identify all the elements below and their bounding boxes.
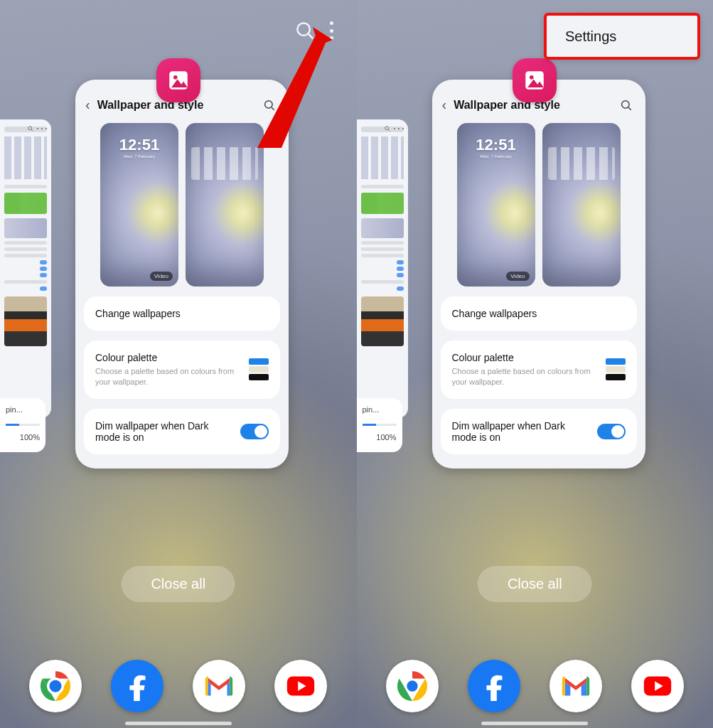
svg-line-9 [272, 107, 274, 110]
progress-bar [363, 424, 397, 426]
video-badge: Video [506, 272, 529, 281]
svg-point-8 [265, 100, 273, 108]
dim-toggle[interactable] [240, 424, 269, 439]
clock-date: Wed, 7 February [100, 154, 178, 159]
svg-point-6 [28, 127, 32, 130]
youtube-app-icon[interactable] [274, 660, 327, 712]
search-icon[interactable] [263, 99, 276, 112]
progress-percent: 100% [363, 433, 397, 441]
close-all-button[interactable]: Close all [121, 566, 235, 602]
dim-toggle[interactable] [597, 424, 626, 439]
svg-point-0 [297, 23, 310, 36]
youtube-app-icon[interactable] [631, 660, 684, 712]
svg-point-20 [621, 100, 629, 108]
svg-line-7 [31, 129, 33, 131]
back-icon[interactable]: ‹ [85, 97, 90, 113]
change-wallpapers-row[interactable]: Change wallpapers [84, 296, 280, 331]
gesture-nav-bar[interactable] [481, 722, 588, 725]
download-progress-card[interactable]: pin... 100% [0, 398, 45, 452]
recent-app-card[interactable]: ‹ Wallpaper and style 12:51Wed, 7 Februa… [432, 80, 645, 469]
home-screen-preview[interactable] [542, 123, 621, 287]
dim-label: Dim wallpaper when Dark mode is on [452, 420, 589, 443]
download-name: pin... [363, 405, 397, 414]
previous-app-card[interactable] [0, 119, 51, 418]
svg-point-5 [173, 75, 178, 80]
wallpaper-app-icon[interactable] [156, 58, 200, 102]
svg-point-13 [49, 680, 61, 692]
palette-subtitle: Choose a palette based on colours from y… [95, 366, 240, 387]
clock-time: 12:51 [476, 136, 515, 154]
more-icon[interactable] [330, 21, 334, 40]
dock [0, 660, 357, 712]
facebook-app-icon[interactable] [468, 660, 520, 712]
wallpaper-app-icon[interactable] [513, 58, 557, 102]
lock-screen-preview[interactable]: 12:51Wed, 7 February Video [100, 123, 178, 287]
svg-point-24 [407, 680, 417, 691]
phone-screenshot-left: pin... 100% ‹ Wallpaper and style 12:51W… [0, 0, 357, 728]
clock-time: 12:51 [119, 136, 159, 154]
settings-menu-item[interactable]: Settings [544, 13, 700, 60]
lock-screen-preview[interactable]: 12:51Wed, 7 February Video [457, 123, 535, 287]
svg-line-1 [309, 34, 313, 38]
palette-subtitle: Choose a palette based on colours from y… [452, 366, 597, 387]
palette-swatch-icon [606, 358, 626, 380]
download-name: pin... [6, 405, 40, 414]
colour-palette-row[interactable]: Colour palette Choose a palette based on… [84, 341, 280, 399]
colour-palette-row[interactable]: Colour palette Choose a palette based on… [441, 341, 637, 399]
svg-point-17 [530, 75, 534, 80]
dim-label: Dim wallpaper when Dark mode is on [95, 420, 232, 443]
clock-date: Wed, 7 February [457, 154, 535, 159]
gesture-nav-bar[interactable] [125, 722, 232, 725]
svg-line-21 [628, 107, 631, 110]
dim-wallpaper-row[interactable]: Dim wallpaper when Dark mode is on [84, 409, 280, 454]
settings-label: Settings [565, 28, 616, 45]
chrome-app-icon[interactable] [29, 660, 82, 712]
home-screen-preview[interactable] [186, 123, 264, 287]
palette-swatch-icon [249, 358, 269, 380]
search-icon[interactable] [294, 20, 316, 41]
close-all-button[interactable]: Close all [478, 566, 592, 602]
gmail-app-icon[interactable] [550, 660, 602, 712]
phone-screenshot-right: Settings pin... 100% ‹ Wallpaper and sty… [357, 0, 714, 728]
progress-bar [6, 424, 40, 426]
palette-title: Colour palette [95, 352, 240, 363]
change-wallpapers-label: Change wallpapers [452, 308, 626, 319]
dock [357, 660, 714, 712]
facebook-app-icon[interactable] [111, 660, 163, 712]
change-wallpapers-label: Change wallpapers [95, 308, 269, 319]
back-icon[interactable]: ‹ [442, 97, 447, 113]
recent-app-card[interactable]: ‹ Wallpaper and style 12:51Wed, 7 Februa… [75, 80, 289, 469]
gmail-app-icon[interactable] [193, 660, 245, 712]
progress-percent: 100% [6, 433, 40, 441]
dim-wallpaper-row[interactable]: Dim wallpaper when Dark mode is on [441, 409, 637, 454]
change-wallpapers-row[interactable]: Change wallpapers [441, 296, 637, 331]
video-badge: Video [150, 272, 173, 281]
download-progress-card[interactable]: pin... 100% [357, 398, 402, 452]
search-icon[interactable] [620, 99, 633, 112]
palette-title: Colour palette [452, 352, 597, 363]
previous-app-card[interactable] [357, 119, 408, 418]
chrome-app-icon[interactable] [386, 660, 439, 712]
svg-line-19 [388, 129, 390, 131]
svg-point-18 [385, 127, 388, 130]
